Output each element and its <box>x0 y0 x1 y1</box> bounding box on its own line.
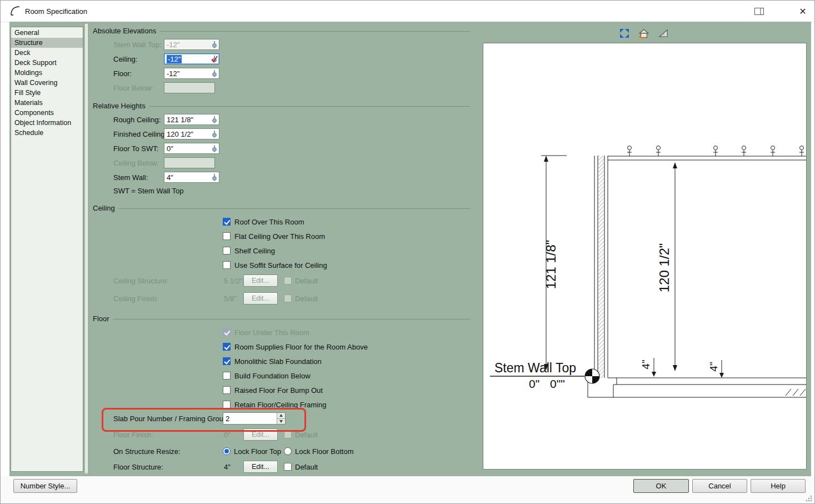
floor-structure-default-label: Default <box>295 463 318 471</box>
number-style-button[interactable]: Number Style... <box>13 479 77 493</box>
room-specification-dialog: Room Specification ✕ General Structure D… <box>0 0 815 504</box>
raised-floor-checkbox[interactable] <box>223 386 231 394</box>
lock-floor-bottom-radio[interactable] <box>284 447 292 455</box>
sidebar-item-general[interactable]: General <box>11 28 83 38</box>
shelf-ceiling-checkbox[interactable] <box>223 247 231 255</box>
rough-ceiling-row: Rough Ceiling: 121 1/8" <box>1 114 478 125</box>
section-floor: Floor <box>93 315 470 322</box>
floor-field[interactable]: -12" <box>164 68 219 79</box>
room-supplies-floor-checkbox[interactable] <box>223 343 231 351</box>
cancel-button[interactable]: Cancel <box>692 479 747 493</box>
slab-pour-row: Slab Pour Number / Framing Group: <box>1 412 478 425</box>
on-structure-resize-row: On Structure Resize: Lock Floor Top Lock… <box>1 447 478 456</box>
lock-floor-bottom-label: Lock Floor Bottom <box>295 447 354 456</box>
preview-canvas[interactable]: 121 1/8" 120 1/2" 4" 4" Stem Wall Top 0"… <box>483 43 807 470</box>
plumb-bob-icon[interactable] <box>209 130 219 138</box>
dim-slab-a: 4" <box>640 360 652 369</box>
floor-to-swt-field[interactable]: 0" <box>164 143 219 154</box>
floor-finish-default-checkbox <box>284 431 292 438</box>
soffit-surface-checkbox[interactable] <box>223 261 231 269</box>
floor-to-swt-label: Floor To SWT: <box>113 144 158 153</box>
floor-to-swt-row: Floor To SWT: 0" <box>1 143 478 154</box>
stem-wall-field[interactable]: 4" <box>164 172 219 183</box>
build-foundation-row: Build Foundation Below <box>223 371 311 380</box>
floor-structure-default-checkbox[interactable] <box>284 463 292 471</box>
ceiling-structure-edit-button: Edit... <box>243 275 278 287</box>
floor-under-room-checkbox <box>223 328 231 336</box>
ceiling-finish-value: 5/8" <box>224 295 237 303</box>
floor-finish-value: 0" <box>224 431 231 439</box>
ceiling-structure-default-label: Default <box>295 277 318 285</box>
ceiling-label: Ceiling: <box>113 55 137 63</box>
slab-pour-label: Slab Pour Number / Framing Group: <box>113 415 229 423</box>
flat-ceiling-row: Flat Ceiling Over This Room <box>223 232 325 241</box>
plumb-bob-icon[interactable] <box>209 144 219 152</box>
room-spec-icon <box>9 5 21 16</box>
retain-framing-row: Retain Floor/Ceiling Framing <box>223 400 326 409</box>
lock-floor-top-radio[interactable] <box>223 447 231 455</box>
rough-ceiling-label: Rough Ceiling: <box>113 116 161 124</box>
dim-rough-ceiling: 121 1/8" <box>543 240 558 290</box>
titlebar[interactable]: Room Specification ✕ <box>1 1 814 22</box>
plumb-bob-icon[interactable] <box>209 173 219 181</box>
finished-ceiling-row: Finished Ceiling: 120 1/2" <box>1 128 478 139</box>
stem-wall-top-row: Stem Wall Top: -12" <box>1 39 478 50</box>
floor-below-label: Floor Below: <box>113 84 153 92</box>
floor-structure-row: Floor Structure: 4" Edit... Default <box>1 461 478 473</box>
ceiling-finish-edit-button: Edit... <box>243 292 278 305</box>
section-absolute-elevations: Absolute Elevations <box>93 27 470 34</box>
active-edit-check-icon[interactable] <box>209 55 219 63</box>
spin-up-icon[interactable] <box>277 413 285 418</box>
close-icon[interactable]: ✕ <box>794 4 812 18</box>
zero-dim-a: 0" <box>529 377 539 390</box>
floor-finish-row: Floor Finish: 0" Edit... Default <box>1 428 478 441</box>
ceiling-structure-default-checkbox <box>284 277 292 285</box>
ceiling-structure-value: 5 1/2" <box>224 277 243 285</box>
room-supplies-floor-row: Room Supplies Floor for the Room Above <box>223 342 368 351</box>
standard-view-icon[interactable] <box>638 27 650 39</box>
sidebar-item-materials[interactable]: Materials <box>11 98 83 108</box>
ceiling-finish-default-checkbox <box>284 295 292 302</box>
section-relative-heights: Relative Heights <box>93 102 470 109</box>
preview-toolbar <box>618 27 669 39</box>
preview-drawing: 121 1/8" 120 1/2" 4" 4" Stem Wall Top 0"… <box>483 43 806 469</box>
plumb-bob-icon[interactable] <box>209 69 219 77</box>
ceiling-below-label: Ceiling Below: <box>113 159 159 167</box>
section-ceiling: Ceiling <box>93 204 470 212</box>
build-foundation-checkbox[interactable] <box>223 372 231 380</box>
floor-structure-edit-button[interactable]: Edit... <box>243 461 278 473</box>
ceiling-row: Ceiling: -12" <box>1 53 478 64</box>
plumb-bob-icon <box>209 41 219 48</box>
ceiling-finish-label: Ceiling Finish: <box>113 295 159 303</box>
slab-pour-input[interactable] <box>223 413 277 424</box>
slab-pour-spinner[interactable] <box>223 412 286 425</box>
ok-button[interactable]: OK <box>633 479 689 493</box>
ceiling-field[interactable]: -12" <box>164 53 219 64</box>
window-title: Room Specification <box>25 7 87 16</box>
plumb-bob-icon[interactable] <box>209 116 219 123</box>
floor-label: Floor: <box>113 69 132 78</box>
elevation-view-icon[interactable] <box>657 27 669 39</box>
retain-framing-checkbox[interactable] <box>223 401 231 408</box>
help-button[interactable]: Help <box>751 479 806 493</box>
ceiling-below-row: Ceiling Below: <box>1 157 478 168</box>
roof-over-room-checkbox[interactable] <box>223 218 231 226</box>
rough-ceiling-field[interactable]: 121 1/8" <box>164 114 219 125</box>
stem-wall-row: Stem Wall: 4" <box>1 172 478 183</box>
soffit-surface-row: Use Soffit Surface for Ceiling <box>223 261 327 270</box>
ceiling-below-field <box>164 157 215 168</box>
floor-below-row: Floor Below: <box>1 82 478 93</box>
finished-ceiling-field[interactable]: 120 1/2" <box>164 128 219 139</box>
raised-floor-row: Raised Floor For Bump Out <box>223 386 323 395</box>
monolithic-slab-checkbox[interactable] <box>223 357 231 365</box>
shelf-ceiling-row: Shelf Ceiling <box>223 246 275 255</box>
fill-window-icon[interactable] <box>618 27 631 39</box>
panel-toggle-icon[interactable] <box>751 5 767 17</box>
stem-wall-label: Stem Wall: <box>113 173 148 182</box>
roof-over-room-row: Roof Over This Room <box>223 217 304 226</box>
flat-ceiling-checkbox[interactable] <box>223 232 231 240</box>
floor-finish-default-label: Default <box>295 431 318 439</box>
floor-row: Floor: -12" <box>1 68 478 79</box>
resize-grip[interactable] <box>805 495 813 502</box>
spin-down-icon[interactable] <box>277 418 285 425</box>
